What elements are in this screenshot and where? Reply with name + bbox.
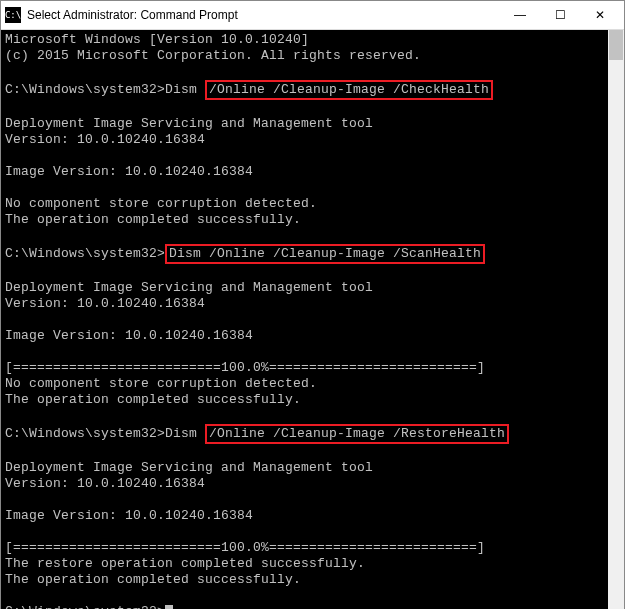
text-line: No component store corruption detected.	[5, 376, 317, 391]
progress-bar: [==========================100.0%=======…	[5, 540, 485, 555]
cmd-text: Dism	[165, 82, 205, 97]
text-line: No component store corruption detected.	[5, 196, 317, 211]
scrollbar[interactable]	[608, 30, 624, 609]
text-line: Deployment Image Servicing and Managemen…	[5, 116, 373, 131]
titlebar[interactable]: C:\ Select Administrator: Command Prompt…	[1, 1, 624, 30]
window-controls: — ☐ ✕	[500, 1, 620, 29]
console-area: Microsoft Windows [Version 10.0.10240] (…	[1, 30, 624, 609]
text-line: The operation completed successfully.	[5, 392, 301, 407]
text-line: Microsoft Windows [Version 10.0.10240]	[5, 32, 309, 47]
minimize-button[interactable]: —	[500, 1, 540, 29]
maximize-button[interactable]: ☐	[540, 1, 580, 29]
text-line: The operation completed successfully.	[5, 572, 301, 587]
text-line: The operation completed successfully.	[5, 212, 301, 227]
text-line: Version: 10.0.10240.16384	[5, 132, 205, 147]
command-prompt-window: C:\ Select Administrator: Command Prompt…	[0, 0, 625, 609]
highlighted-command: /Online /Cleanup-Image /RestoreHealth	[205, 424, 509, 444]
progress-bar: [==========================100.0%=======…	[5, 360, 485, 375]
window-title: Select Administrator: Command Prompt	[27, 8, 500, 22]
text-line: Deployment Image Servicing and Managemen…	[5, 280, 373, 295]
text-line: Deployment Image Servicing and Managemen…	[5, 460, 373, 475]
close-button[interactable]: ✕	[580, 1, 620, 29]
cursor	[165, 605, 173, 609]
text-line: Version: 10.0.10240.16384	[5, 476, 205, 491]
text-line: Image Version: 10.0.10240.16384	[5, 328, 253, 343]
text-line: (c) 2015 Microsoft Corporation. All righ…	[5, 48, 421, 63]
prompt-path: C:\Windows\system32>	[5, 604, 165, 609]
scrollbar-thumb[interactable]	[609, 30, 623, 60]
text-line: Image Version: 10.0.10240.16384	[5, 508, 253, 523]
highlighted-command: /Online /Cleanup-Image /CheckHealth	[205, 80, 493, 100]
highlighted-command: Dism /Online /Cleanup-Image /ScanHealth	[165, 244, 485, 264]
cmd-icon: C:\	[5, 7, 21, 23]
prompt-path: C:\Windows\system32>	[5, 246, 165, 261]
console-output[interactable]: Microsoft Windows [Version 10.0.10240] (…	[1, 30, 608, 609]
cmd-text: Dism	[165, 426, 205, 441]
prompt-path: C:\Windows\system32>	[5, 426, 165, 441]
text-line: Image Version: 10.0.10240.16384	[5, 164, 253, 179]
text-line: Version: 10.0.10240.16384	[5, 296, 205, 311]
prompt-path: C:\Windows\system32>	[5, 82, 165, 97]
text-line: The restore operation completed successf…	[5, 556, 365, 571]
